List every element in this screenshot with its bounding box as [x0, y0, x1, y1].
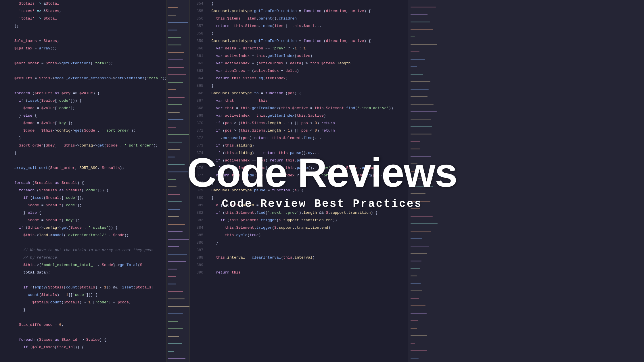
- code-line: [14, 172, 166, 179]
- code-line: $code = $value['code'];: [14, 105, 166, 112]
- code-line: var activeIndex = this.getItemIndex(this…: [207, 112, 408, 120]
- code-line: $this->{'model_extension_total_' . $code…: [14, 261, 166, 269]
- code-line: Carousel.prototype.getItemForDirection =…: [207, 37, 408, 45]
- code-line: }: [207, 194, 408, 202]
- code-line: }: [14, 134, 166, 142]
- code-line: if (!empty($totals[count($totals) - 1]) …: [14, 284, 166, 291]
- right-code-content: } Carousel.prototype.getItemForDirection…: [207, 0, 408, 362]
- code-line: if ($this->config->get($code . '_status'…: [14, 224, 166, 232]
- code-line: this.$items = item.parent().children: [207, 15, 408, 22]
- code-line: [14, 329, 166, 336]
- right-line-numbers: 354355356357358 359360361362363 36436536…: [190, 0, 206, 362]
- code-line: this.cycle(true): [207, 232, 408, 239]
- code-line: // We have to put the totals in an array…: [14, 247, 166, 254]
- far-right-panel: [408, 0, 644, 362]
- code-line: // by reference.: [14, 254, 166, 261]
- right-code-panel: 354355356357358 359360361362363 36436536…: [190, 0, 408, 362]
- code-line: }: [207, 82, 408, 90]
- code-line: foreach ($results as $result['code'])) {: [14, 187, 166, 194]
- code-line: count($totals) - 1]['code'])) {: [14, 291, 166, 299]
- code-line: $results = $this->model_extension_extens…: [14, 75, 166, 82]
- code-line: var delta = direction == 'prev' ? -1 : 1: [207, 45, 408, 52]
- code-line: 'taxes' => &$taxes,: [14, 7, 166, 15]
- code-line: if (this.sliding): [207, 142, 408, 149]
- code-line: if (isset($result['code']);: [14, 194, 166, 202]
- code-background: $totals => &$total 'taxes' => &$taxes, '…: [0, 0, 644, 362]
- code-line: if (activeIndex == pos) return this.paus…: [207, 164, 408, 172]
- code-line: }: [14, 149, 166, 157]
- mini-panel: [167, 0, 190, 362]
- code-line: $lpa_tax = array();: [14, 45, 166, 52]
- code-line: $tax_difference = 0;: [14, 321, 166, 329]
- code-line: } else {: [14, 209, 166, 217]
- code-line: if (activeIndex == pos) return this.paus…: [207, 157, 408, 164]
- code-line: $this->load->model('extension/total/' . …: [14, 232, 166, 239]
- code-line: $old_taxes = $taxes;: [14, 37, 166, 45]
- code-line: [14, 276, 166, 284]
- code-line: $totals => &$total: [14, 0, 166, 7]
- code-line: [14, 239, 166, 247]
- code-line: var that = this: [207, 97, 408, 105]
- code-line: }: [207, 0, 408, 7]
- code-line: [207, 261, 408, 269]
- code-line: if (pos > (this.$items.length - 1) || po…: [207, 127, 408, 134]
- code-line: return this.$items.index(item || this.$a…: [207, 22, 408, 30]
- code-line: }: [14, 306, 166, 314]
- code-line: e || (this.paused = true): [207, 202, 408, 209]
- code-line: this.$element.trigger($.support.transiti…: [207, 224, 408, 232]
- code-line: this.interval = clearInterval(this.inter…: [207, 254, 408, 261]
- code-line: total_data);: [14, 269, 166, 276]
- code-line: $code = $value['key'];: [14, 120, 166, 127]
- code-line: return this.slide(pos > activeIndex ? 'n…: [207, 172, 408, 179]
- code-line: $code = $result['key'];: [14, 217, 166, 224]
- code-line: }: [207, 30, 408, 37]
- code-line: }: [207, 179, 408, 187]
- code-line: var activeIndex = this.getItemIndex(acti…: [207, 52, 408, 60]
- code-line: }: [207, 239, 408, 247]
- code-line: if (this.$element.trigger($.support.tran…: [207, 217, 408, 224]
- code-line: if (this.sliding) return this.pause().cy…: [207, 149, 408, 157]
- code-line: var itemIndex = (activeIndex + delta): [207, 67, 408, 75]
- code-line: return this: [207, 269, 408, 276]
- code-line: $sort_order = $this->getExtensions('tota…: [14, 60, 166, 67]
- code-line: [14, 314, 166, 321]
- code-line: return this.$items.eq(itemIndex): [207, 75, 408, 82]
- code-line: 'total' => $total: [14, 15, 166, 22]
- code-line: );: [14, 22, 166, 30]
- left-code-panel: $totals => &$total 'taxes' => &$taxes, '…: [0, 0, 167, 362]
- code-line: if (pos > (this.$items.length - 1) || po…: [207, 120, 408, 127]
- code-line: [14, 157, 166, 164]
- code-line: Carousel.prototype.getItemForDirection =…: [207, 7, 408, 15]
- code-line: [14, 52, 166, 60]
- code-line: [14, 30, 166, 37]
- code-line: if ($old_taxes[$tax_id])) {: [14, 344, 166, 351]
- code-line: if (this.$element.find('.next, .prev').l…: [207, 209, 408, 217]
- code-line: var that = this.getItemIndex(this.$activ…: [207, 105, 408, 112]
- code-line: $sort_order[$key] = $this->config->get($…: [14, 142, 166, 149]
- code-line: .carousel(pos) return this.$element.find…: [207, 134, 408, 142]
- code-line: [14, 82, 166, 90]
- code-line: $totals[count($totals) - 1]['code'] = $c…: [14, 299, 166, 306]
- code-line: Carousel.prototype.pause = function (e) …: [207, 187, 408, 194]
- code-line: $code = $this->config->get($code . '_sor…: [14, 127, 166, 134]
- code-line: foreach ($results as $result) {: [14, 179, 166, 187]
- code-line: Carousel.prototype.to = function (pos) {: [207, 90, 408, 97]
- code-line: if (isset($value['code'])) {: [14, 97, 166, 105]
- code-line: [207, 247, 408, 254]
- code-line: array_multisort($sort_order, SORT_ASC, $…: [14, 164, 166, 172]
- code-line: foreach ($results as $key => $value) {: [14, 90, 166, 97]
- code-line: $code = $result['code'];: [14, 202, 166, 209]
- code-line: } else {: [14, 112, 166, 120]
- code-line: foreach ($taxes as $tax_id => $value) {: [14, 336, 166, 344]
- code-line: [14, 67, 166, 75]
- code-line: var activeIndex = (activeIndex + delta) …: [207, 60, 408, 67]
- left-code-content: $totals => &$total 'taxes' => &$taxes, '…: [14, 0, 166, 362]
